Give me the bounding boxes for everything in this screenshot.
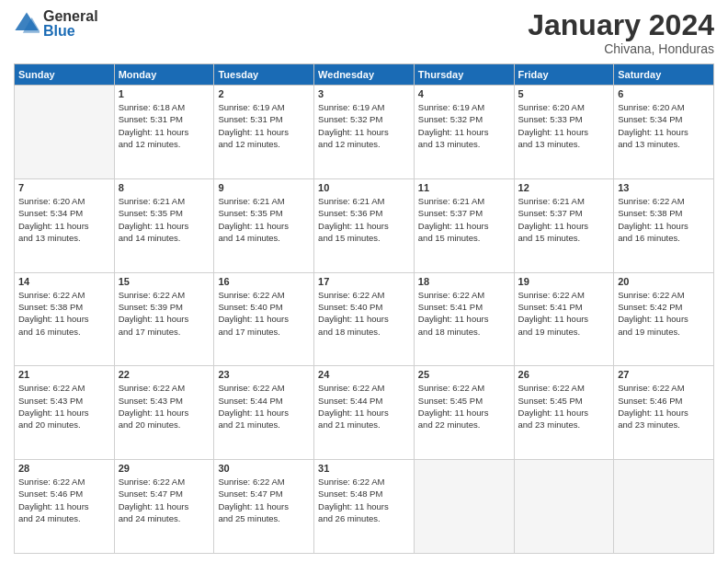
calendar-cell: 17Sunrise: 6:22 AMSunset: 5:40 PMDayligh…: [314, 272, 415, 366]
calendar-cell: 13Sunrise: 6:22 AMSunset: 5:38 PMDayligh…: [614, 178, 714, 272]
day-number: 15: [119, 276, 210, 287]
day-number: 21: [18, 369, 110, 380]
title-block: January 2024 Chivana, Honduras: [528, 9, 714, 56]
day-number: 5: [518, 88, 610, 99]
day-number: 28: [18, 463, 110, 474]
day-number: 10: [318, 182, 410, 193]
calendar-week-row: 1Sunrise: 6:18 AMSunset: 5:31 PMDaylight…: [15, 86, 714, 179]
day-info: Sunrise: 6:22 AMSunset: 5:38 PMDaylight:…: [618, 195, 710, 244]
calendar-cell: 2Sunrise: 6:19 AMSunset: 5:31 PMDaylight…: [214, 86, 314, 179]
calendar-cell: 29Sunrise: 6:22 AMSunset: 5:47 PMDayligh…: [114, 460, 214, 554]
day-number: 14: [18, 276, 110, 287]
day-number: 29: [119, 463, 210, 474]
calendar-cell: 5Sunrise: 6:20 AMSunset: 5:33 PMDaylight…: [514, 86, 614, 179]
calendar-title: January 2024: [528, 9, 714, 41]
day-info: Sunrise: 6:22 AMSunset: 5:44 PMDaylight:…: [218, 382, 310, 431]
logo-general: General: [43, 9, 98, 24]
day-number: 3: [318, 88, 410, 99]
day-info: Sunrise: 6:19 AMSunset: 5:31 PMDaylight:…: [218, 101, 310, 150]
day-info: Sunrise: 6:18 AMSunset: 5:31 PMDaylight:…: [119, 101, 210, 150]
day-info: Sunrise: 6:22 AMSunset: 5:38 PMDaylight:…: [18, 289, 110, 338]
day-number: 12: [518, 182, 610, 193]
calendar-cell: [614, 460, 714, 554]
calendar-cell: 21Sunrise: 6:22 AMSunset: 5:43 PMDayligh…: [15, 366, 115, 460]
day-number: 8: [119, 182, 210, 193]
day-info: Sunrise: 6:22 AMSunset: 5:41 PMDaylight:…: [418, 289, 510, 338]
calendar-cell: 6Sunrise: 6:20 AMSunset: 5:34 PMDaylight…: [614, 86, 714, 179]
day-number: 26: [518, 369, 610, 380]
day-number: 20: [618, 276, 710, 287]
day-number: 2: [218, 88, 310, 99]
day-info: Sunrise: 6:22 AMSunset: 5:45 PMDaylight:…: [418, 382, 510, 431]
calendar-week-row: 21Sunrise: 6:22 AMSunset: 5:43 PMDayligh…: [15, 366, 714, 460]
day-info: Sunrise: 6:22 AMSunset: 5:47 PMDaylight:…: [119, 476, 210, 524]
day-info: Sunrise: 6:22 AMSunset: 5:40 PMDaylight:…: [218, 289, 310, 338]
day-info: Sunrise: 6:22 AMSunset: 5:42 PMDaylight:…: [618, 289, 710, 338]
calendar-subtitle: Chivana, Honduras: [528, 41, 714, 56]
day-info: Sunrise: 6:22 AMSunset: 5:45 PMDaylight:…: [518, 382, 610, 431]
day-info: Sunrise: 6:21 AMSunset: 5:35 PMDaylight:…: [119, 195, 210, 244]
calendar-header-row: SundayMondayTuesdayWednesdayThursdayFrid…: [15, 64, 714, 86]
column-header-friday: Friday: [514, 64, 614, 86]
day-info: Sunrise: 6:20 AMSunset: 5:34 PMDaylight:…: [618, 101, 710, 150]
calendar-cell: [414, 460, 514, 554]
calendar-week-row: 14Sunrise: 6:22 AMSunset: 5:38 PMDayligh…: [15, 272, 714, 366]
calendar-cell: 23Sunrise: 6:22 AMSunset: 5:44 PMDayligh…: [214, 366, 314, 460]
logo-text: General Blue: [43, 9, 98, 39]
day-info: Sunrise: 6:22 AMSunset: 5:41 PMDaylight:…: [518, 289, 610, 338]
day-info: Sunrise: 6:22 AMSunset: 5:46 PMDaylight:…: [618, 382, 710, 431]
day-number: 23: [218, 369, 310, 380]
day-info: Sunrise: 6:21 AMSunset: 5:37 PMDaylight:…: [518, 195, 610, 244]
day-number: 18: [418, 276, 510, 287]
column-header-wednesday: Wednesday: [314, 64, 415, 86]
day-info: Sunrise: 6:22 AMSunset: 5:39 PMDaylight:…: [119, 289, 210, 338]
calendar-cell: 16Sunrise: 6:22 AMSunset: 5:40 PMDayligh…: [214, 272, 314, 366]
calendar-cell: 1Sunrise: 6:18 AMSunset: 5:31 PMDaylight…: [114, 86, 214, 179]
calendar-cell: 18Sunrise: 6:22 AMSunset: 5:41 PMDayligh…: [414, 272, 514, 366]
logo-blue: Blue: [43, 24, 98, 39]
day-info: Sunrise: 6:22 AMSunset: 5:48 PMDaylight:…: [318, 476, 410, 524]
day-info: Sunrise: 6:22 AMSunset: 5:46 PMDaylight:…: [18, 476, 110, 524]
day-info: Sunrise: 6:22 AMSunset: 5:43 PMDaylight:…: [18, 382, 110, 431]
calendar-cell: 7Sunrise: 6:20 AMSunset: 5:34 PMDaylight…: [15, 178, 115, 272]
day-info: Sunrise: 6:21 AMSunset: 5:36 PMDaylight:…: [318, 195, 410, 244]
calendar-cell: 28Sunrise: 6:22 AMSunset: 5:46 PMDayligh…: [15, 460, 115, 554]
column-header-saturday: Saturday: [614, 64, 714, 86]
calendar-cell: 12Sunrise: 6:21 AMSunset: 5:37 PMDayligh…: [514, 178, 614, 272]
calendar-cell: 30Sunrise: 6:22 AMSunset: 5:47 PMDayligh…: [214, 460, 314, 554]
day-number: 31: [318, 463, 410, 474]
day-info: Sunrise: 6:22 AMSunset: 5:44 PMDaylight:…: [318, 382, 410, 431]
calendar-cell: [15, 86, 115, 179]
calendar-cell: 31Sunrise: 6:22 AMSunset: 5:48 PMDayligh…: [314, 460, 415, 554]
calendar-cell: 15Sunrise: 6:22 AMSunset: 5:39 PMDayligh…: [114, 272, 214, 366]
calendar-cell: 11Sunrise: 6:21 AMSunset: 5:37 PMDayligh…: [414, 178, 514, 272]
day-number: 4: [418, 88, 510, 99]
column-header-tuesday: Tuesday: [214, 64, 314, 86]
day-number: 16: [218, 276, 310, 287]
calendar-cell: 3Sunrise: 6:19 AMSunset: 5:32 PMDaylight…: [314, 86, 415, 179]
calendar-cell: 24Sunrise: 6:22 AMSunset: 5:44 PMDayligh…: [314, 366, 415, 460]
day-number: 17: [318, 276, 410, 287]
calendar-week-row: 28Sunrise: 6:22 AMSunset: 5:46 PMDayligh…: [15, 460, 714, 554]
calendar-cell: [514, 460, 614, 554]
day-number: 27: [618, 369, 710, 380]
header: General Blue January 2024 Chivana, Hondu…: [14, 9, 714, 56]
calendar-table: SundayMondayTuesdayWednesdayThursdayFrid…: [14, 63, 714, 554]
day-info: Sunrise: 6:20 AMSunset: 5:33 PMDaylight:…: [518, 101, 610, 150]
logo: General Blue: [14, 9, 98, 39]
column-header-monday: Monday: [114, 64, 214, 86]
day-info: Sunrise: 6:22 AMSunset: 5:47 PMDaylight:…: [218, 476, 310, 524]
day-number: 7: [18, 182, 110, 193]
calendar-cell: 25Sunrise: 6:22 AMSunset: 5:45 PMDayligh…: [414, 366, 514, 460]
calendar-week-row: 7Sunrise: 6:20 AMSunset: 5:34 PMDaylight…: [15, 178, 714, 272]
day-info: Sunrise: 6:19 AMSunset: 5:32 PMDaylight:…: [418, 101, 510, 150]
logo-icon: [14, 11, 40, 37]
day-number: 11: [418, 182, 510, 193]
day-number: 6: [618, 88, 710, 99]
calendar-cell: 20Sunrise: 6:22 AMSunset: 5:42 PMDayligh…: [614, 272, 714, 366]
calendar-cell: 27Sunrise: 6:22 AMSunset: 5:46 PMDayligh…: [614, 366, 714, 460]
calendar-cell: 8Sunrise: 6:21 AMSunset: 5:35 PMDaylight…: [114, 178, 214, 272]
day-number: 19: [518, 276, 610, 287]
day-number: 13: [618, 182, 710, 193]
column-header-sunday: Sunday: [15, 64, 115, 86]
